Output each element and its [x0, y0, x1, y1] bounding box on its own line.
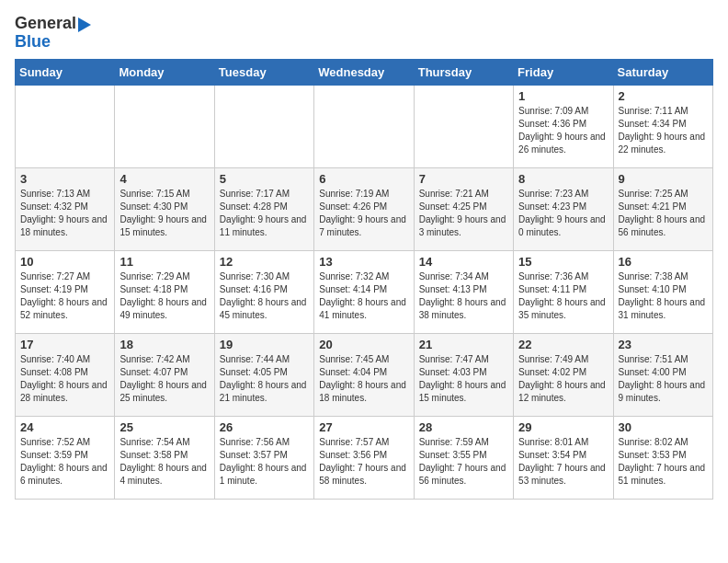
day-number: 29 [518, 420, 608, 434]
day-number: 14 [419, 255, 508, 269]
day-number: 16 [619, 255, 708, 269]
day-number: 4 [119, 172, 209, 186]
calendar-cell: 21Sunrise: 7:47 AM Sunset: 4:03 PM Dayli… [414, 333, 513, 416]
day-number: 25 [119, 420, 209, 434]
calendar-cell: 18Sunrise: 7:42 AM Sunset: 4:07 PM Dayli… [115, 333, 214, 416]
day-number: 11 [119, 255, 209, 269]
calendar-cell: 1Sunrise: 7:09 AM Sunset: 4:36 PM Daylig… [514, 85, 613, 167]
calendar-cell: 7Sunrise: 7:21 AM Sunset: 4:25 PM Daylig… [414, 167, 513, 250]
calendar-week-2: 3Sunrise: 7:13 AM Sunset: 4:32 PM Daylig… [16, 167, 713, 250]
calendar-cell: 17Sunrise: 7:40 AM Sunset: 4:08 PM Dayli… [16, 333, 115, 416]
day-info: Sunrise: 7:34 AM Sunset: 4:13 PM Dayligh… [419, 270, 508, 322]
day-number: 23 [619, 338, 708, 351]
day-info: Sunrise: 7:44 AM Sunset: 4:05 PM Dayligh… [220, 353, 309, 405]
day-number: 3 [20, 172, 109, 186]
calendar-week-5: 24Sunrise: 7:52 AM Sunset: 3:59 PM Dayli… [16, 416, 713, 499]
day-info: Sunrise: 7:51 AM Sunset: 4:00 PM Dayligh… [619, 353, 708, 405]
day-info: Sunrise: 7:09 AM Sunset: 4:36 PM Dayligh… [518, 105, 608, 156]
calendar-cell [115, 85, 214, 167]
calendar-cell [16, 85, 115, 167]
calendar-cell: 5Sunrise: 7:17 AM Sunset: 4:28 PM Daylig… [214, 167, 313, 250]
calendar-cell: 13Sunrise: 7:32 AM Sunset: 4:14 PM Dayli… [314, 250, 414, 333]
day-number: 21 [419, 338, 508, 351]
day-number: 12 [220, 255, 309, 269]
calendar-body: 1Sunrise: 7:09 AM Sunset: 4:36 PM Daylig… [16, 85, 713, 499]
calendar-cell: 9Sunrise: 7:25 AM Sunset: 4:21 PM Daylig… [613, 167, 712, 250]
day-number: 2 [619, 89, 708, 103]
day-number: 5 [220, 172, 309, 186]
day-info: Sunrise: 7:59 AM Sunset: 3:55 PM Dayligh… [419, 436, 508, 488]
weekday-header-friday: Friday [514, 59, 613, 85]
logo-text: General [15, 15, 76, 33]
calendar-cell: 16Sunrise: 7:38 AM Sunset: 4:10 PM Dayli… [613, 250, 712, 333]
day-info: Sunrise: 7:52 AM Sunset: 3:59 PM Dayligh… [20, 436, 109, 488]
day-number: 8 [518, 172, 608, 186]
day-info: Sunrise: 7:11 AM Sunset: 4:34 PM Dayligh… [619, 105, 708, 156]
calendar-cell: 25Sunrise: 7:54 AM Sunset: 3:58 PM Dayli… [115, 416, 214, 499]
calendar-cell: 19Sunrise: 7:44 AM Sunset: 4:05 PM Dayli… [214, 333, 313, 416]
calendar-cell: 10Sunrise: 7:27 AM Sunset: 4:19 PM Dayli… [16, 250, 115, 333]
calendar-cell: 28Sunrise: 7:59 AM Sunset: 3:55 PM Dayli… [414, 416, 513, 499]
day-info: Sunrise: 7:56 AM Sunset: 3:57 PM Dayligh… [220, 436, 309, 488]
calendar-cell: 4Sunrise: 7:15 AM Sunset: 4:30 PM Daylig… [115, 167, 214, 250]
day-info: Sunrise: 7:21 AM Sunset: 4:25 PM Dayligh… [419, 188, 508, 239]
day-number: 30 [619, 420, 708, 434]
calendar-cell: 20Sunrise: 7:45 AM Sunset: 4:04 PM Dayli… [314, 333, 414, 416]
day-info: Sunrise: 7:45 AM Sunset: 4:04 PM Dayligh… [319, 353, 408, 405]
day-number: 22 [518, 338, 608, 351]
day-number: 15 [518, 255, 608, 269]
weekday-header-tuesday: Tuesday [214, 59, 313, 85]
weekday-header-row: SundayMondayTuesdayWednesdayThursdayFrid… [16, 59, 713, 85]
calendar-week-1: 1Sunrise: 7:09 AM Sunset: 4:36 PM Daylig… [16, 85, 713, 167]
weekday-header-monday: Monday [115, 59, 214, 85]
calendar-week-4: 17Sunrise: 7:40 AM Sunset: 4:08 PM Dayli… [16, 333, 713, 416]
calendar-cell: 27Sunrise: 7:57 AM Sunset: 3:56 PM Dayli… [314, 416, 414, 499]
weekday-header-thursday: Thursday [414, 59, 513, 85]
day-info: Sunrise: 7:42 AM Sunset: 4:07 PM Dayligh… [119, 353, 209, 405]
calendar-cell: 15Sunrise: 7:36 AM Sunset: 4:11 PM Dayli… [514, 250, 613, 333]
calendar-cell: 30Sunrise: 8:02 AM Sunset: 3:53 PM Dayli… [613, 416, 712, 499]
weekday-header-wednesday: Wednesday [314, 59, 414, 85]
day-number: 27 [319, 420, 408, 434]
day-number: 13 [319, 255, 408, 269]
day-info: Sunrise: 7:27 AM Sunset: 4:19 PM Dayligh… [20, 270, 109, 322]
day-number: 20 [319, 338, 408, 351]
day-number: 6 [319, 172, 408, 186]
calendar-cell: 8Sunrise: 7:23 AM Sunset: 4:23 PM Daylig… [514, 167, 613, 250]
day-info: Sunrise: 7:13 AM Sunset: 4:32 PM Dayligh… [20, 188, 109, 239]
day-number: 17 [20, 338, 109, 351]
calendar-cell [314, 85, 414, 167]
calendar-cell: 3Sunrise: 7:13 AM Sunset: 4:32 PM Daylig… [16, 167, 115, 250]
calendar-cell: 24Sunrise: 7:52 AM Sunset: 3:59 PM Dayli… [16, 416, 115, 499]
calendar-cell: 11Sunrise: 7:29 AM Sunset: 4:18 PM Dayli… [115, 250, 214, 333]
calendar-cell: 22Sunrise: 7:49 AM Sunset: 4:02 PM Dayli… [514, 333, 613, 416]
day-number: 9 [619, 172, 708, 186]
day-info: Sunrise: 7:47 AM Sunset: 4:03 PM Dayligh… [419, 353, 508, 405]
day-info: Sunrise: 7:32 AM Sunset: 4:14 PM Dayligh… [319, 270, 408, 322]
calendar-cell: 29Sunrise: 8:01 AM Sunset: 3:54 PM Dayli… [514, 416, 613, 499]
day-number: 7 [419, 172, 508, 186]
calendar-cell: 23Sunrise: 7:51 AM Sunset: 4:00 PM Dayli… [613, 333, 712, 416]
calendar-week-3: 10Sunrise: 7:27 AM Sunset: 4:19 PM Dayli… [16, 250, 713, 333]
day-number: 24 [20, 420, 109, 434]
weekday-header-saturday: Saturday [613, 59, 712, 85]
day-number: 19 [220, 338, 309, 351]
logo-arrow-icon [78, 17, 91, 32]
day-info: Sunrise: 7:29 AM Sunset: 4:18 PM Dayligh… [119, 270, 209, 322]
day-info: Sunrise: 7:15 AM Sunset: 4:30 PM Dayligh… [119, 188, 209, 239]
calendar-cell: 12Sunrise: 7:30 AM Sunset: 4:16 PM Dayli… [214, 250, 313, 333]
calendar-cell: 14Sunrise: 7:34 AM Sunset: 4:13 PM Dayli… [414, 250, 513, 333]
day-info: Sunrise: 7:19 AM Sunset: 4:26 PM Dayligh… [319, 188, 408, 239]
day-info: Sunrise: 7:25 AM Sunset: 4:21 PM Dayligh… [619, 188, 708, 239]
day-info: Sunrise: 7:17 AM Sunset: 4:28 PM Dayligh… [220, 188, 309, 239]
day-info: Sunrise: 8:02 AM Sunset: 3:53 PM Dayligh… [619, 436, 708, 488]
day-info: Sunrise: 7:36 AM Sunset: 4:11 PM Dayligh… [518, 270, 608, 322]
calendar-cell [414, 85, 513, 167]
day-info: Sunrise: 7:38 AM Sunset: 4:10 PM Dayligh… [619, 270, 708, 322]
day-number: 18 [119, 338, 209, 351]
day-info: Sunrise: 7:30 AM Sunset: 4:16 PM Dayligh… [220, 270, 309, 322]
day-number: 10 [20, 255, 109, 269]
logo-blue: Blue [15, 33, 51, 52]
calendar-cell: 6Sunrise: 7:19 AM Sunset: 4:26 PM Daylig… [314, 167, 414, 250]
day-info: Sunrise: 7:40 AM Sunset: 4:08 PM Dayligh… [20, 353, 109, 405]
